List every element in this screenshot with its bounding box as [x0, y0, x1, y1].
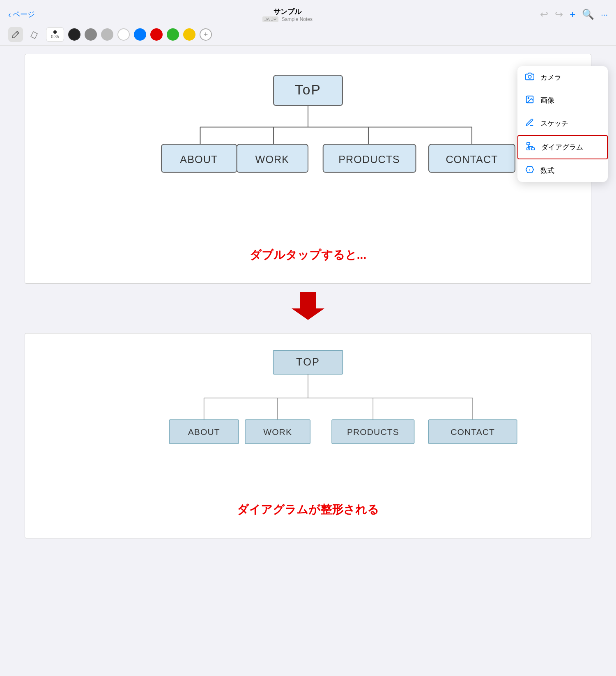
- eraser-tool-button[interactable]: [27, 27, 42, 42]
- down-arrow: [25, 288, 591, 321]
- svg-rect-37: [531, 148, 534, 150]
- pen-tool-button[interactable]: [8, 27, 23, 42]
- pen-size-value: 0.35: [51, 34, 59, 39]
- pen-dot-preview: [53, 30, 57, 34]
- camera-icon: [525, 72, 535, 83]
- svg-marker-0: [31, 32, 37, 39]
- svg-text:ToP: ToP: [295, 82, 321, 97]
- menu-item-image[interactable]: 画像: [517, 89, 608, 112]
- menu-item-diagram[interactable]: ダイアグラム: [517, 135, 608, 159]
- sketch-diagram-svg: ToP ABOUT WORK PRODUCTS: [37, 62, 579, 235]
- svg-text:CONTACT: CONTACT: [446, 154, 498, 165]
- redo-button[interactable]: ↪: [555, 9, 563, 20]
- more-button[interactable]: ···: [601, 10, 608, 19]
- title-area: サンプル JA-JP Sample Notes: [262, 7, 313, 22]
- svg-text:Σ: Σ: [529, 168, 531, 172]
- undo-button[interactable]: ↩: [540, 9, 548, 20]
- sketch-diagram-area[interactable]: ToP ABOUT WORK PRODUCTS: [37, 62, 579, 235]
- lang-flag: JA-JP: [262, 16, 278, 22]
- insert-dropdown-menu: カメラ 画像 スケッチ: [517, 66, 608, 182]
- color-yellow[interactable]: [183, 28, 195, 41]
- svg-text:CONTACT: CONTACT: [451, 427, 495, 437]
- color-red[interactable]: [150, 28, 163, 41]
- notebook-name: Sample Notes: [282, 16, 313, 22]
- color-light-gray[interactable]: [101, 28, 113, 41]
- page-subtitle: JA-JP Sample Notes: [262, 16, 313, 22]
- diagram-icon: [526, 142, 536, 153]
- menu-item-formula-label: 数式: [540, 166, 554, 175]
- red-arrow-shape: [292, 292, 324, 320]
- clean-diagram-card: TOP ABOUT WORK PRODUCTS: [25, 333, 591, 538]
- back-label[interactable]: ページ: [13, 9, 35, 19]
- formula-icon: Σ: [525, 165, 535, 176]
- menu-item-camera[interactable]: カメラ: [517, 66, 608, 89]
- svg-text:WORK: WORK: [255, 154, 290, 165]
- svg-text:TOP: TOP: [296, 356, 320, 368]
- sketch-icon: [525, 118, 535, 129]
- clean-diagram-area[interactable]: TOP ABOUT WORK PRODUCTS: [37, 342, 579, 498]
- diagram-result-label: ダイアグラムが整形される: [37, 502, 579, 522]
- clean-diagram-svg: TOP ABOUT WORK PRODUCTS: [37, 342, 579, 498]
- color-black[interactable]: [68, 28, 80, 41]
- image-icon: [525, 95, 535, 106]
- svg-text:WORK: WORK: [263, 427, 292, 437]
- svg-text:ABOUT: ABOUT: [188, 427, 220, 437]
- chevron-left-icon: ‹: [8, 10, 11, 19]
- color-green[interactable]: [167, 28, 179, 41]
- back-button[interactable]: ‹ ページ: [8, 9, 35, 19]
- svg-point-33: [528, 75, 531, 78]
- svg-text:PRODUCTS: PRODUCTS: [338, 154, 400, 165]
- svg-rect-36: [527, 143, 530, 145]
- add-button[interactable]: +: [570, 9, 575, 20]
- pen-icon: [11, 30, 20, 39]
- color-white[interactable]: [117, 28, 130, 41]
- search-button[interactable]: 🔍: [582, 9, 594, 20]
- pen-size-selector[interactable]: 0.35: [46, 27, 64, 42]
- menu-item-diagram-label: ダイアグラム: [541, 143, 583, 152]
- drawing-toolbar: 0.35 +: [0, 25, 616, 46]
- eraser-icon: [30, 30, 39, 39]
- menu-item-image-label: 画像: [540, 96, 554, 105]
- main-content: ToP ABOUT WORK PRODUCTS: [0, 46, 616, 547]
- svg-text:ABOUT: ABOUT: [180, 154, 218, 165]
- top-bar: ‹ ページ サンプル JA-JP Sample Notes ↩ ↪ + 🔍 ··…: [0, 0, 616, 25]
- color-gray[interactable]: [85, 28, 97, 41]
- add-color-button[interactable]: +: [200, 28, 212, 41]
- sketch-diagram-card: ToP ABOUT WORK PRODUCTS: [25, 54, 591, 284]
- menu-item-formula[interactable]: Σ 数式: [517, 159, 608, 182]
- svg-point-35: [528, 97, 529, 99]
- doubletap-instruction: ダブルタップすると...: [37, 247, 579, 263]
- menu-item-camera-label: カメラ: [540, 73, 561, 82]
- color-blue[interactable]: [134, 28, 146, 41]
- menu-item-sketch-label: スケッチ: [540, 119, 568, 128]
- toolbar-actions: ↩ ↪ + 🔍 ···: [540, 9, 608, 20]
- menu-item-sketch[interactable]: スケッチ: [517, 112, 608, 135]
- svg-text:PRODUCTS: PRODUCTS: [347, 427, 399, 437]
- page-title: サンプル: [262, 7, 313, 16]
